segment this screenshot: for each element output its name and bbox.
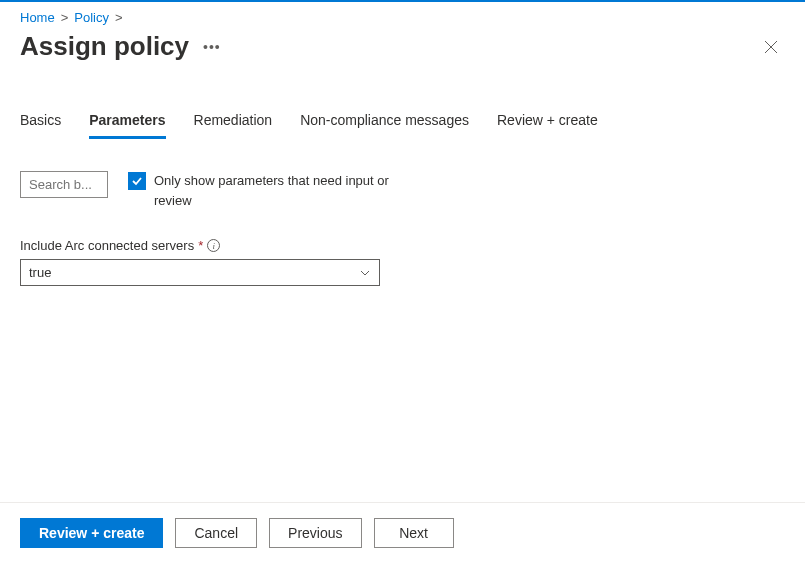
previous-button[interactable]: Previous bbox=[269, 518, 361, 548]
page-title: Assign policy bbox=[20, 31, 189, 62]
breadcrumb-policy[interactable]: Policy bbox=[74, 10, 109, 25]
required-asterisk: * bbox=[198, 238, 203, 253]
include-arc-dropdown[interactable]: true bbox=[20, 259, 380, 286]
tab-parameters[interactable]: Parameters bbox=[89, 106, 165, 139]
checkmark-icon bbox=[131, 175, 143, 187]
footer-bar: Review + create Cancel Previous Next bbox=[0, 502, 805, 562]
filter-checkbox-group: Only show parameters that need input or … bbox=[128, 171, 394, 210]
tab-basics[interactable]: Basics bbox=[20, 106, 61, 139]
page-header: Assign policy ••• bbox=[0, 25, 805, 80]
tab-bar: Basics Parameters Remediation Non-compli… bbox=[20, 80, 785, 139]
tab-remediation[interactable]: Remediation bbox=[194, 106, 273, 139]
filter-checkbox-label: Only show parameters that need input or … bbox=[154, 171, 394, 210]
review-create-button[interactable]: Review + create bbox=[20, 518, 163, 548]
breadcrumb-home[interactable]: Home bbox=[20, 10, 55, 25]
chevron-down-icon bbox=[359, 267, 371, 279]
parameter-label: Include Arc connected servers bbox=[20, 238, 194, 253]
content-scroll-area[interactable]: Basics Parameters Remediation Non-compli… bbox=[0, 80, 805, 487]
breadcrumb: Home > Policy > bbox=[0, 2, 805, 25]
info-icon[interactable]: i bbox=[207, 239, 220, 252]
breadcrumb-separator: > bbox=[61, 10, 69, 25]
dropdown-value: true bbox=[29, 265, 51, 280]
more-actions-icon[interactable]: ••• bbox=[203, 39, 221, 55]
breadcrumb-separator: > bbox=[115, 10, 123, 25]
next-button[interactable]: Next bbox=[374, 518, 454, 548]
tab-review-create[interactable]: Review + create bbox=[497, 106, 598, 139]
tab-non-compliance[interactable]: Non-compliance messages bbox=[300, 106, 469, 139]
search-input[interactable] bbox=[20, 171, 108, 198]
cancel-button[interactable]: Cancel bbox=[175, 518, 257, 548]
close-icon bbox=[764, 40, 778, 54]
close-button[interactable] bbox=[757, 33, 785, 61]
parameter-label-row: Include Arc connected servers * i bbox=[20, 238, 785, 253]
only-show-needed-checkbox[interactable] bbox=[128, 172, 146, 190]
filter-controls-row: Only show parameters that need input or … bbox=[20, 171, 785, 210]
